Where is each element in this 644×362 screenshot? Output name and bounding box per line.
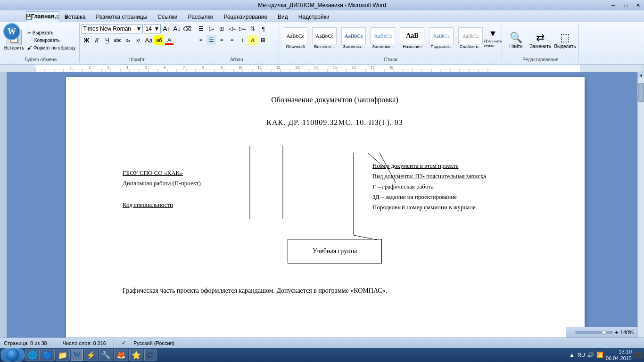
bottom-text: Графическая часть проекта оформляется ка… bbox=[123, 287, 547, 295]
style-subtle-label: Слабое в... bbox=[460, 44, 482, 49]
justify-button[interactable]: ≡ bbox=[227, 35, 237, 45]
copy-button[interactable]: 📄 Копировать bbox=[25, 37, 77, 44]
office-button[interactable]: W bbox=[3, 23, 20, 40]
find-button[interactable]: 🔍 Найти bbox=[504, 30, 528, 50]
subscript-button[interactable]: х₂ bbox=[123, 35, 132, 45]
scroll-thumb[interactable] bbox=[638, 83, 644, 102]
minimize-button[interactable]: ─ bbox=[607, 0, 619, 10]
numbering-button[interactable]: 1≡ bbox=[206, 24, 216, 33]
taskbar-word[interactable]: W bbox=[71, 349, 83, 361]
sort-button[interactable]: ⇅ bbox=[248, 24, 257, 33]
style-subtitle[interactable]: AaBbCc Подзагол... bbox=[427, 24, 455, 52]
show-desktop-button[interactable]: ⬛ bbox=[634, 351, 641, 359]
tab-view[interactable]: Вид bbox=[272, 11, 293, 22]
bullets-button[interactable]: ☰ bbox=[196, 24, 206, 33]
font-shrink-button[interactable]: A↓ bbox=[172, 24, 182, 33]
style-h1-label: Заголово... bbox=[343, 44, 365, 49]
qa-save[interactable]: 💾 bbox=[25, 13, 33, 21]
svg-text:7: 7 bbox=[183, 66, 185, 70]
taskbar-flash[interactable]: ⚡ bbox=[84, 349, 98, 361]
taskbar-app8[interactable]: 🗂 bbox=[144, 349, 157, 361]
taskbar-ie[interactable]: 🌐 bbox=[25, 349, 40, 361]
format-painter-button[interactable]: 🖌 Формат по образцу bbox=[25, 44, 77, 51]
network-icon[interactable]: 📶 bbox=[596, 351, 604, 359]
tab-page-layout[interactable]: Разметка страницы bbox=[91, 11, 152, 22]
style-subtle[interactable]: AaBbCc Слабое в... bbox=[456, 24, 485, 52]
font-name-selector[interactable]: Times New Roman ▼ bbox=[82, 24, 143, 33]
style-title[interactable]: АаВ Название bbox=[398, 24, 426, 52]
left-margin-indicator bbox=[0, 72, 7, 338]
taskbar-app7[interactable]: ⭐ bbox=[129, 349, 143, 361]
bold-button[interactable]: Ж bbox=[82, 35, 91, 45]
tab-review[interactable]: Рецензирование bbox=[218, 11, 272, 22]
taskbar-app5[interactable]: 🔧 bbox=[99, 349, 113, 361]
clear-format-button[interactable]: ⌫ bbox=[182, 24, 192, 33]
italic-button[interactable]: К bbox=[92, 35, 101, 45]
strikethrough-button[interactable]: аbc bbox=[113, 35, 122, 45]
editing-label: Редактирование bbox=[504, 56, 577, 62]
style-no-spacing[interactable]: AaBbCс Без инте... bbox=[310, 24, 339, 52]
svg-text:18: 18 bbox=[389, 66, 393, 70]
multilevel-button[interactable]: ⊞ bbox=[217, 24, 226, 33]
align-right-button[interactable]: ≡ bbox=[217, 35, 226, 45]
style-h1[interactable]: AaBbCс Заголово... bbox=[339, 24, 368, 52]
document-page[interactable]: Обозначение документов (зашифровка) КАК.… bbox=[66, 77, 585, 338]
taskbar-app6[interactable]: 🦊 bbox=[114, 349, 128, 361]
page-info: Страница: 8 из 38 bbox=[4, 340, 47, 346]
style-h2-label: Заголово... bbox=[372, 44, 394, 49]
taskbar-explorer[interactable]: 📁 bbox=[56, 349, 70, 361]
underline-button[interactable]: Ч bbox=[102, 35, 112, 45]
ruler-svg: 1 2 3 4 5 6 7 8 9 10 11 12 13 14 15 16 1… bbox=[7, 65, 644, 72]
scroll-track[interactable] bbox=[638, 78, 644, 341]
paragraph-controls: ☰ 1≡ ⊞ ◁≡ ▷≡ ⇅ ¶ ≡ ☰ ≡ ≡ ↕ A ⊞ bbox=[196, 24, 277, 56]
line-spacing-button[interactable]: ↕ bbox=[238, 35, 247, 45]
scroll-up-button[interactable]: ▲ bbox=[638, 72, 644, 78]
font-name-dropdown[interactable]: ▼ bbox=[136, 25, 142, 32]
tab-mailings[interactable]: Рассылки bbox=[183, 11, 219, 22]
font-color-button[interactable]: А bbox=[165, 35, 174, 45]
tab-references[interactable]: Ссылки bbox=[152, 11, 182, 22]
tab-addins[interactable]: Надстройки bbox=[293, 11, 335, 22]
zoom-slider[interactable] bbox=[575, 331, 613, 334]
close-button[interactable]: ✕ bbox=[632, 0, 644, 10]
maximize-button[interactable]: □ bbox=[619, 0, 632, 10]
zoom-out-button[interactable]: – bbox=[570, 329, 573, 336]
increase-indent-button[interactable]: ▷≡ bbox=[238, 24, 247, 33]
highlight-button[interactable]: аб bbox=[154, 35, 164, 45]
ruler: 1 2 3 4 5 6 7 8 9 10 11 12 13 14 15 16 1… bbox=[7, 65, 644, 72]
superscript-button[interactable]: х² bbox=[133, 35, 143, 45]
para-top-row: ☰ 1≡ ⊞ ◁≡ ▷≡ ⇅ ¶ bbox=[196, 24, 277, 33]
app8-icon: 🗂 bbox=[147, 351, 154, 359]
start-button[interactable] bbox=[1, 348, 25, 362]
font-size-selector[interactable]: 14 ▼ bbox=[144, 24, 161, 33]
cut-button[interactable]: ✂ Вырезать bbox=[25, 29, 77, 36]
font-label: Шрифт bbox=[82, 56, 192, 62]
decrease-indent-button[interactable]: ◁≡ bbox=[227, 24, 237, 33]
qa-undo[interactable]: ↩ bbox=[34, 13, 42, 21]
style-subtitle-preview: AaBbCc bbox=[429, 27, 454, 44]
replace-button[interactable]: ⇄ Заменить bbox=[528, 30, 552, 50]
style-normal[interactable]: AaBbCс Обычный bbox=[281, 24, 309, 52]
select-button[interactable]: ⬚ Выделить bbox=[553, 30, 577, 50]
qa-dropdown[interactable]: ▼ bbox=[62, 13, 71, 21]
align-left-button[interactable]: ≡ bbox=[196, 35, 206, 45]
qa-redo[interactable]: ↪ bbox=[43, 13, 52, 21]
shading-button[interactable]: A bbox=[248, 35, 257, 45]
show-marks-button[interactable]: ¶ bbox=[258, 24, 268, 33]
borders-button[interactable]: ⊞ bbox=[258, 35, 268, 45]
font-grow-button[interactable]: A↑ bbox=[162, 24, 171, 33]
font-size-dropdown[interactable]: ▼ bbox=[154, 25, 160, 32]
volume-icon[interactable]: 🔊 bbox=[587, 351, 594, 359]
taskbar-chrome[interactable]: 🔵 bbox=[41, 349, 55, 361]
align-center-button[interactable]: ☰ bbox=[206, 35, 216, 45]
date: 06.04.2015 bbox=[606, 355, 632, 362]
tray-icon-1[interactable]: ▲ bbox=[568, 351, 576, 359]
ribbon: Главная Вставка Разметка страницы Ссылки… bbox=[0, 10, 644, 65]
qa-print[interactable]: 🖨 bbox=[53, 13, 61, 21]
case-button[interactable]: Аа bbox=[144, 35, 153, 45]
zoom-thumb[interactable] bbox=[602, 330, 606, 335]
zoom-in-button[interactable]: + bbox=[615, 329, 619, 336]
style-h2[interactable]: AaBbCс Заголово... bbox=[369, 24, 397, 52]
svg-text:14: 14 bbox=[314, 66, 318, 70]
change-styles-button[interactable]: ▼ Изменить стили bbox=[486, 27, 500, 49]
